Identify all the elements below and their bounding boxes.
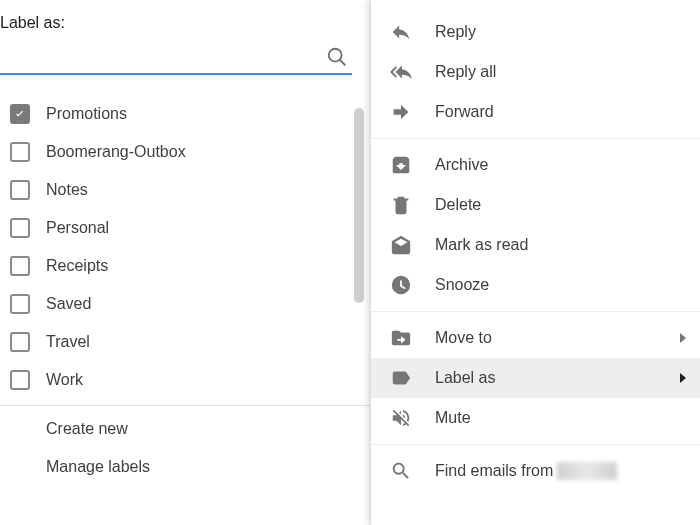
menu-snooze[interactable]: Snooze [371,265,700,305]
action-label: Create new [46,420,128,438]
reply-icon [389,20,413,44]
label-text: Work [46,371,83,389]
checkbox-checked-icon[interactable] [10,104,30,124]
menu-label: Snooze [435,276,489,294]
mail-open-icon [389,233,413,257]
menu-forward[interactable]: Forward [371,92,700,132]
menu-delete[interactable]: Delete [371,185,700,225]
search-icon[interactable] [326,46,348,68]
menu-label-as[interactable]: Label as [371,358,700,398]
forward-icon [389,100,413,124]
menu-group-reply: Reply Reply all Forward [371,6,700,139]
menu-label: Mute [435,409,471,427]
scrollbar[interactable] [354,108,364,303]
label-item-boomerang[interactable]: Boomerang-Outbox [0,133,370,171]
checkbox-icon[interactable] [10,256,30,276]
label-as-title: Label as: [0,14,370,44]
label-item-saved[interactable]: Saved [0,285,370,323]
checkbox-icon[interactable] [10,294,30,314]
label-item-receipts[interactable]: Receipts [0,247,370,285]
svg-point-0 [329,49,342,62]
context-menu: Reply Reply all Forward Archive Delet [370,0,700,525]
label-as-panel: Label as: Promotions Boomerang-Outbox No… [0,0,370,525]
label-text: Travel [46,333,90,351]
label-search-row [0,44,370,75]
checkbox-icon[interactable] [10,142,30,162]
label-item-notes[interactable]: Notes [0,171,370,209]
label-icon [389,366,413,390]
label-text: Saved [46,295,91,313]
menu-label: Label as [435,369,496,387]
label-text: Receipts [46,257,108,275]
divider [0,405,370,406]
action-label: Manage labels [46,458,150,476]
redacted-sender [557,462,617,480]
menu-label: Move to [435,329,492,347]
menu-mute[interactable]: Mute [371,398,700,438]
label-text: Promotions [46,105,127,123]
checkbox-icon[interactable] [10,218,30,238]
label-text: Boomerang-Outbox [46,143,186,161]
menu-find-emails-from[interactable]: Find emails from [371,451,700,491]
menu-reply-all[interactable]: Reply all [371,52,700,92]
label-item-personal[interactable]: Personal [0,209,370,247]
menu-reply[interactable]: Reply [371,12,700,52]
menu-label: Find emails from [435,462,553,480]
menu-label: Mark as read [435,236,528,254]
label-search-input[interactable] [0,44,352,75]
menu-group-manage: Archive Delete Mark as read Snooze [371,139,700,312]
menu-move-to[interactable]: Move to [371,318,700,358]
reply-all-icon [389,60,413,84]
label-text: Personal [46,219,109,237]
label-item-promotions[interactable]: Promotions [0,95,370,133]
manage-labels[interactable]: Manage labels [0,448,370,486]
menu-label: Reply [435,23,476,41]
search-icon [389,459,413,483]
menu-group-find: Find emails from [371,445,700,497]
svg-line-1 [340,60,346,66]
menu-label: Delete [435,196,481,214]
clock-icon [389,273,413,297]
menu-group-organize: Move to Label as Mute [371,312,700,445]
label-text: Notes [46,181,88,199]
label-list: Promotions Boomerang-Outbox Notes Person… [0,95,370,486]
chevron-right-icon [680,333,686,343]
menu-label: Archive [435,156,488,174]
chevron-right-icon [680,373,686,383]
menu-label: Reply all [435,63,496,81]
label-item-work[interactable]: Work [0,361,370,399]
menu-mark-as-read[interactable]: Mark as read [371,225,700,265]
checkbox-icon[interactable] [10,332,30,352]
checkbox-icon[interactable] [10,370,30,390]
trash-icon [389,193,413,217]
menu-label: Forward [435,103,494,121]
create-new-label[interactable]: Create new [0,410,370,448]
menu-archive[interactable]: Archive [371,145,700,185]
checkbox-icon[interactable] [10,180,30,200]
folder-move-icon [389,326,413,350]
mute-icon [389,406,413,430]
archive-icon [389,153,413,177]
label-item-travel[interactable]: Travel [0,323,370,361]
